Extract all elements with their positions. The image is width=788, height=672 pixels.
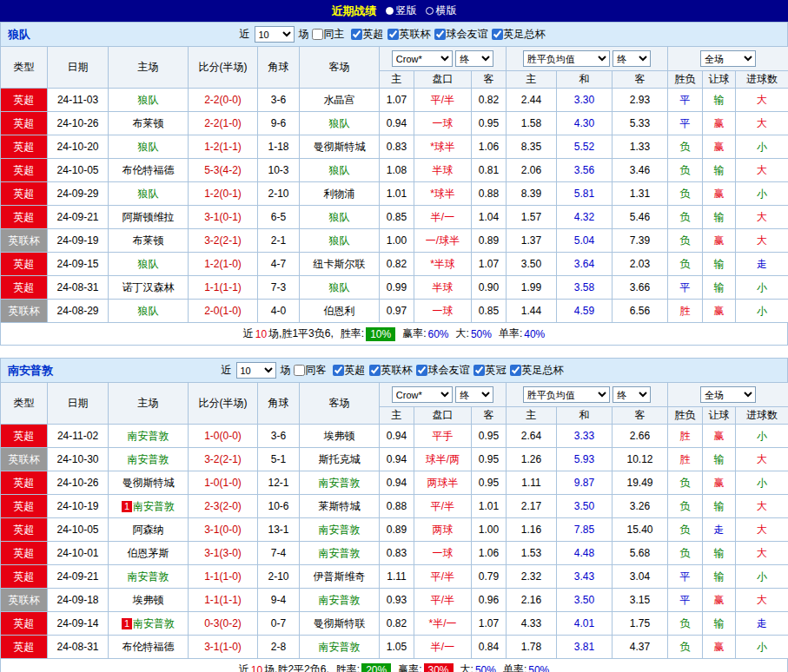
cell-avg-home: 1.58 [507,112,557,135]
league-checkbox[interactable] [473,365,485,376]
league-filter[interactable]: 球会友谊 [416,363,470,378]
league-checkbox[interactable] [416,365,427,376]
footer-games-count: 10 [251,664,262,672]
cell-avg-away: 10.12 [613,448,668,471]
cell-avg-away: 5.68 [613,542,668,565]
cell-odds-home: 0.83 [380,542,414,565]
match-row: 英超24-09-141南安普敦0-3(0-2)0-7曼彻斯特联0.82*半/一1… [1,612,788,636]
league-filter[interactable]: 英足总杯 [492,27,546,42]
cell-score: 1-1(1-1) [189,589,258,612]
final-odds-select[interactable]: 终 [455,50,493,67]
cell-handicap: 平/半 [414,495,472,518]
home-team-name: 狼队 [138,305,159,317]
cell-avg-draw: 4.48 [557,542,613,565]
cell-avg-away: 3.04 [613,565,668,589]
final-odds-select[interactable]: 终 [613,386,651,403]
games-count-select[interactable]: 10 [236,362,276,379]
matches-table: 类型 日期 主场 比分(半场) 角球 客场 Crow* 终 胜平负均值 终 全场 [0,382,788,659]
league-checkbox[interactable] [351,29,362,40]
cell-date: 24-10-26 [48,471,109,495]
cell-result: 负 [668,612,703,636]
europe-odds-select[interactable]: 胜平负均值 [523,50,610,67]
europe-odds-select[interactable]: 胜平负均值 [523,386,610,403]
cell-avg-home: 1.11 [507,471,557,495]
cell-away-team: 莱斯特城 [300,495,380,518]
cell-handicap-result: 赢 [703,135,736,159]
league-checkbox[interactable] [369,365,381,376]
cell-date: 24-10-05 [48,159,109,182]
scope-select[interactable]: 全场 [700,386,756,403]
league-filter[interactable]: 英超 [351,27,384,42]
cell-score: 1-0(1-0) [189,471,258,495]
cell-score: 0-3(0-2) [189,612,258,636]
cell-score: 3-1(3-0) [189,542,258,565]
layout-radio-vertical[interactable]: 竖版 [386,3,417,18]
home-team-name: 狼队 [138,258,159,270]
same-venue-checkbox[interactable] [312,29,323,40]
cell-away-team: 狼队 [300,159,380,182]
cell-avg-away: 1.31 [613,182,668,206]
league-filter[interactable]: 英冠 [473,363,507,378]
cell-odds-away: 1.00 [472,518,507,542]
col-handicap: 盘口 [414,71,472,89]
cell-odds-home: 0.85 [380,206,414,229]
same-venue-filter[interactable]: 同主 [312,27,345,42]
final-odds-select[interactable]: 终 [613,50,651,67]
cell-home-team: 狼队 [109,89,189,112]
cell-odds-home: 0.94 [380,112,414,135]
cell-odds-away: 1.01 [472,495,507,518]
handicap-odds-group: Crow* 终 [380,47,507,71]
league-filter[interactable]: 球会友谊 [434,27,488,42]
cell-odds-away: 1.06 [472,542,507,565]
cell-handicap: *半/一 [414,612,472,636]
league-checkbox[interactable] [434,29,446,40]
footer-stat-label: 单率: [503,662,526,672]
cell-date: 24-09-19 [48,229,109,253]
cell-handicap: 一/球半 [414,229,472,253]
cell-home-team: 曼彻斯特城 [109,471,189,495]
scope-select[interactable]: 全场 [700,50,756,67]
same-venue-checkbox[interactable] [294,365,305,376]
league-filter[interactable]: 英联杯 [387,27,431,42]
cell-avg-draw: 4.30 [557,112,613,135]
cell-odds-away: 0.95 [472,112,507,135]
cell-corner: 4-7 [258,253,300,276]
league-filter[interactable]: 英超 [333,363,366,378]
cell-result: 负 [668,182,703,206]
cell-corner: 3-6 [258,425,300,448]
bookmaker-select[interactable]: Crow* [392,50,453,67]
footer-stat-value: 50% [471,328,492,340]
cell-odds-home: 0.94 [380,448,414,471]
cell-handicap: 半/一 [414,206,472,229]
cell-avg-home: 8.35 [507,135,557,159]
cell-goals: 小 [736,276,788,300]
cell-odds-away: 0.81 [472,159,507,182]
cell-corner: 9-4 [258,589,300,612]
cell-avg-draw: 4.59 [557,300,613,323]
cell-handicap: 两球 [414,518,472,542]
cell-result: 平 [668,89,703,112]
league-checkbox[interactable] [333,365,344,376]
same-venue-filter[interactable]: 同客 [294,363,327,378]
layout-radio-horizontal[interactable]: 横版 [426,3,457,18]
cell-avg-home: 4.33 [507,612,557,636]
bookmaker-select[interactable]: Crow* [392,386,453,403]
cell-goals: 大 [736,112,788,135]
league-checkbox[interactable] [492,29,503,40]
league-filter[interactable]: 英足总杯 [510,363,564,378]
cell-result: 平 [668,112,703,135]
league-checkbox[interactable] [510,365,521,376]
cell-avg-home: 3.50 [507,253,557,276]
home-team-name: 布伦特福德 [123,641,175,653]
league-checkbox[interactable] [387,29,399,40]
cell-odds-home: 0.89 [380,518,414,542]
cell-odds-away: 0.84 [472,636,507,659]
footer-stat-label: 胜率: [336,662,360,672]
league-checkbox-label: 英联杯 [381,363,413,378]
cell-handicap: 一球 [414,112,472,135]
cell-handicap: 平/半 [414,589,472,612]
league-filter[interactable]: 英联杯 [369,363,413,378]
final-odds-select[interactable]: 终 [455,386,493,403]
games-count-select[interactable]: 10 [255,26,295,43]
games-suffix-label: 场 [299,27,309,42]
